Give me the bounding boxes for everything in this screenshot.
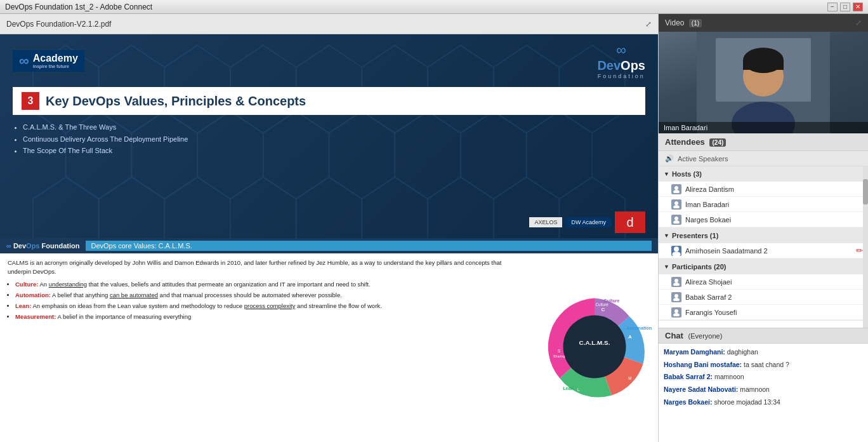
attendee-farangis-yousefi[interactable]: Farangis Yousefi [659,305,868,320]
chat-msg-1: Maryam Damghani: daghighan [664,347,863,357]
svg-point-55 [673,298,680,301]
right-panel: Video (1) ⤢ [659,14,868,442]
svg-point-51 [672,251,680,256]
svg-point-46 [674,201,678,205]
svg-point-47 [673,205,680,208]
slide-content: ∞ Academy inspire the future ∞ DevOps [0,34,658,442]
infinite-icon: ∞ [597,42,645,58]
slide-subtitle: DevOps core Values: C.A.L.M.S. [86,241,652,251]
attendee-alireza-dantism[interactable]: Alireza Dantism [659,182,868,197]
attendees-header: Attendees (24) [659,133,868,151]
hosts-label: Hosts (3) [672,170,702,178]
attendees-label: Attendees (24) [665,137,726,147]
red-badge: d [615,211,645,233]
attendee-alireza-shojaei[interactable]: Alireza Shojaei [659,274,868,290]
chat-sender-2: Hoshang Bani mostafae: [664,361,742,368]
svg-point-57 [673,313,680,316]
term-measurement: Measurement: [15,313,56,320]
presenter-video [697,32,830,133]
chat-messages[interactable]: Maryam Damghani: daghighan Hoshang Bani … [659,344,868,442]
slide-top-content: ∞ Academy inspire the future ∞ DevOps [0,34,658,238]
chat-sender-3: Babak Sarraf 2: [664,373,713,380]
presenters-collapse-arrow: ▼ [664,232,669,239]
presenter-name: Amirhosein Saadatmand 2 [685,247,768,255]
expand-video-button[interactable]: ⤢ [855,18,862,27]
participant-icon-1 [671,277,681,287]
svg-text:Lean: Lean [563,385,574,391]
calms-chart: C Culture A M L S Sharing C.A.L.M.S. [531,253,658,439]
calms-intro: CALMS is an acronym originally developed… [8,258,523,277]
slide-title-box: 3 Key DevOps Values, Principles & Concep… [13,87,645,115]
axelos-logo: AXELOS [529,217,562,227]
attendee-name-3: Narges Bokaei [685,216,731,224]
slide-bottom: ∞ DevOps Foundation DevOps core Values: … [0,238,658,442]
attendees-section: Attendees (24) 🔊 Active Speakers ▼ Hosts… [659,133,868,328]
expand-slide-button[interactable]: ⤢ [645,20,652,29]
presenters-group: ▼ Presenters (1) Amirhosein Saadatmand 2… [659,228,868,259]
person-icon-3 [673,216,680,224]
hosts-group: ▼ Hosts (3) Alireza Dantism [659,166,868,228]
attendee-name-2: Iman Baradari [685,201,729,208]
chat-section: Chat (Everyone) Maryam Damghani: daghigh… [659,328,868,442]
dw-academy-badge: DW Academy [566,217,611,227]
chat-text-3: mamnoon [714,373,744,380]
participants-label: Participants (20) [672,263,727,271]
video-feed [659,32,868,133]
chat-sender-5: Narges Bokaei: [664,398,712,406]
attendee-babak-sarraf[interactable]: Babak Sarraf 2 [659,290,868,305]
bullet-automation: Automation: A belief that anything can b… [15,291,523,300]
minimize-button[interactable]: − [827,3,838,11]
academy-label: Academy [33,53,78,64]
participant-person-icon-2 [673,293,680,301]
svg-text:Sharing: Sharing [553,354,565,358]
svg-point-52 [674,279,678,283]
hosts-collapse-arrow: ▼ [664,171,669,177]
slide-number: 3 [22,92,39,110]
video-section: Video (1) ⤢ [659,14,868,133]
chat-sender-4: Nayere Sadat Nabovati: [664,385,738,393]
maximize-button[interactable]: □ [840,3,850,11]
chat-msg-2: Hoshang Bani mostafae: ta saat chand ? [664,360,863,370]
svg-point-49 [673,220,680,224]
person-icon-2 [673,201,680,208]
attendee-iman-baradari[interactable]: Iman Baradari [659,197,868,212]
chat-header: Chat (Everyone) [659,328,868,344]
active-speakers-label: Active Speakers [678,155,728,163]
main-layout: DevOps Foundation-V2.1.2.pdf ⤢ [0,14,868,442]
attendees-scrollbar[interactable] [863,166,868,328]
bullet-lean: Lean: An emphasis on ideas from the Lean… [15,302,523,311]
slide-bullets: C.A.L.M.S. & The Three Ways Continuous D… [0,117,658,161]
presenters-group-header[interactable]: ▼ Presenters (1) [659,228,868,243]
participants-group-header[interactable]: ▼ Participants (20) [659,259,868,274]
chat-label: Chat (Everyone) [665,331,722,340]
attendee-narges-bokaei[interactable]: Narges Bokaei [659,212,868,227]
attendees-list: ▼ Hosts (3) Alireza Dantism [659,166,868,328]
svg-text:M: M [628,376,631,380]
close-button[interactable]: ✕ [853,3,863,11]
scrollbar-thumb[interactable] [863,179,868,204]
host-icon-2 [671,199,681,210]
attendees-count: (24) [709,138,726,147]
app-title: DevOps Foundation 1st_2 - Adobe Connect [5,3,152,11]
dw-text: Academy inspire the future [33,53,78,69]
term-culture: Culture: [15,281,38,288]
svg-point-54 [674,294,678,298]
active-speakers-bar[interactable]: 🔊 Active Speakers [659,151,868,166]
participant-icon-3 [671,307,681,318]
attendee-amirhosein[interactable]: Amirhosein Saadatmand 2 ✏ [659,243,868,258]
bullet-3: The Scope Of The Full Stack [23,145,645,157]
svg-text:C.A.L.M.S.: C.A.L.M.S. [579,339,610,346]
video-name-tag: Iman Baradari [659,122,868,133]
host-icon-3 [671,215,681,225]
slide-text: CALMS is an acronym originally developed… [0,253,531,439]
participant-name-3: Farangis Yousefi [685,309,737,316]
host-icon [671,184,681,194]
active-speakers-icon: 🔊 [665,154,674,163]
participant-name-1: Alireza Shojaei [685,278,732,286]
video-container: Iman Baradari [659,32,868,133]
hosts-group-header[interactable]: ▼ Hosts (3) [659,166,868,182]
term-automation: Automation: [15,291,51,298]
devops-foundation-logo: ∞ DevOps Foundation [597,42,645,79]
edit-icon: ✏ [856,246,863,255]
svg-text:C: C [602,307,605,312]
